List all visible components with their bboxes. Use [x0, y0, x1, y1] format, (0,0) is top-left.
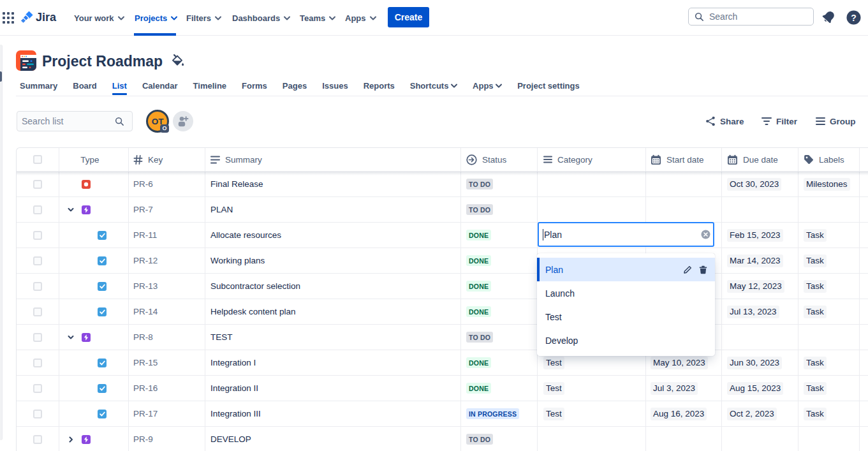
svg-text:?: ? [851, 13, 857, 23]
